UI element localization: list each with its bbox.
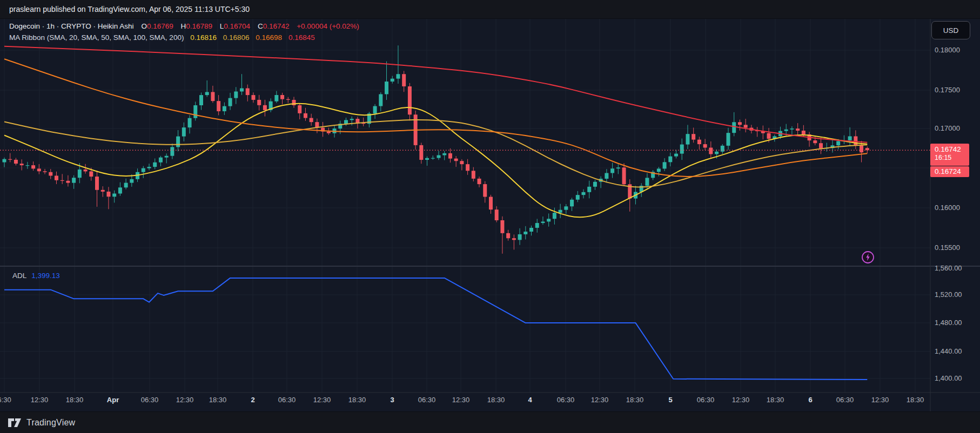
sma100-value: 0.16698 bbox=[256, 33, 282, 42]
adl-value: 1,399.13 bbox=[31, 272, 60, 280]
tradingview-logo-icon[interactable] bbox=[8, 418, 22, 428]
time-axis-label: 06:30 bbox=[418, 396, 436, 404]
ohlc-open-label: O bbox=[141, 22, 147, 30]
time-axis-label: 5 bbox=[668, 396, 672, 404]
price-axis-label: 0.17500 bbox=[935, 86, 960, 94]
adl-label: ADL bbox=[12, 272, 26, 280]
boost-lightning-button[interactable] bbox=[861, 251, 875, 264]
ohlc-close-label: C bbox=[258, 22, 263, 30]
indicator-axis-label: 1,480.00 bbox=[935, 319, 962, 327]
sma20-value: 0.16816 bbox=[190, 33, 217, 42]
price-axis-label: 0.16000 bbox=[935, 204, 960, 212]
indicator-axis-label: 1,520.00 bbox=[935, 290, 962, 299]
tradingview-published-chart: praslearn published on TradingView.com, … bbox=[0, 0, 980, 433]
time-axis-label: 12:30 bbox=[31, 396, 49, 404]
time-axis-label: 12:30 bbox=[591, 396, 609, 404]
time-axis-label: 18:30 bbox=[487, 396, 505, 404]
change-value: +0.00004 (+0.02%) bbox=[297, 22, 359, 30]
time-axis-label: 18:30 bbox=[66, 396, 84, 404]
time-axis-label: 18:30 bbox=[209, 396, 227, 404]
publish-header: praslearn published on TradingView.com, … bbox=[0, 0, 980, 19]
chart-canvas[interactable] bbox=[0, 0, 980, 433]
time-axis-label: 3 bbox=[390, 396, 394, 404]
currency-toggle-button[interactable]: USD bbox=[931, 21, 970, 39]
last-price-value: 0.16742 bbox=[930, 144, 969, 153]
indicator-axis-label: 1,440.00 bbox=[935, 347, 962, 355]
ohlc-close-value: 0.16742 bbox=[263, 22, 290, 30]
time-axis-label: 4 bbox=[528, 396, 532, 404]
secondary-price-badge: 0.16724 bbox=[930, 166, 969, 177]
ohlc-open-value: 0.16769 bbox=[147, 22, 173, 30]
time-axis-label: 12:30 bbox=[313, 396, 331, 404]
time-axis-label: 12:30 bbox=[732, 396, 750, 404]
symbol-legend[interactable]: Dogecoin · 1h · CRYPTO · Heikin Ashi O0.… bbox=[9, 22, 359, 30]
ohlc-high-value: 0.16789 bbox=[186, 22, 212, 30]
time-axis-label: 06:30 bbox=[278, 396, 296, 404]
adl-indicator-legend[interactable]: ADL1,399.13 bbox=[12, 272, 60, 280]
time-axis-label: 12:30 bbox=[871, 396, 889, 404]
time-axis-label: 6:30 bbox=[0, 396, 11, 404]
time-axis-label: 06:30 bbox=[836, 396, 854, 404]
time-axis-label: Apr bbox=[107, 396, 119, 404]
time-axis-label: 18:30 bbox=[348, 396, 366, 404]
ohlc-high-label: H bbox=[180, 22, 186, 30]
time-axis-label: 18:30 bbox=[767, 396, 784, 404]
indicator-axis-label: 1,560.00 bbox=[935, 264, 962, 272]
time-axis-label: 6 bbox=[808, 396, 812, 404]
indicator-axis-label: 1,400.00 bbox=[935, 374, 962, 382]
price-axis-label: 0.17000 bbox=[935, 124, 960, 132]
time-axis-label: 06:30 bbox=[141, 396, 159, 404]
price-axis-label: 0.18000 bbox=[935, 46, 960, 54]
bar-countdown: 16:15 bbox=[930, 153, 969, 161]
currency-label: USD bbox=[943, 26, 959, 35]
ma-ribbon-legend[interactable]: MA Ribbon (SMA, 20, SMA, 50, SMA, 100, S… bbox=[9, 33, 315, 42]
time-axis-label: 18:30 bbox=[907, 396, 924, 404]
sma200-value: 0.16845 bbox=[288, 33, 315, 42]
time-axis-label: 18:30 bbox=[626, 396, 644, 404]
last-price-badge: 0.16742 16:15 bbox=[930, 144, 969, 166]
tradingview-brand-text[interactable]: TradingView bbox=[26, 418, 75, 428]
publish-header-text: praslearn published on TradingView.com, … bbox=[9, 5, 250, 13]
footer-bar: TradingView bbox=[0, 411, 980, 433]
symbol-title: Dogecoin · 1h · CRYPTO · Heikin Ashi bbox=[9, 22, 134, 30]
price-axis-label: 0.15500 bbox=[935, 243, 960, 252]
sma50-value: 0.16806 bbox=[223, 33, 250, 42]
time-axis-label: 2 bbox=[251, 396, 254, 404]
time-axis-label: 06:30 bbox=[697, 396, 715, 404]
time-axis-label: 12:30 bbox=[452, 396, 470, 404]
ma-ribbon-name: MA Ribbon (SMA, 20, SMA, 50, SMA, 100, S… bbox=[9, 33, 184, 42]
time-axis-label: 06:30 bbox=[557, 396, 575, 404]
time-axis-label: 12:30 bbox=[176, 396, 194, 404]
ohlc-low-value: 0.16704 bbox=[224, 22, 250, 30]
